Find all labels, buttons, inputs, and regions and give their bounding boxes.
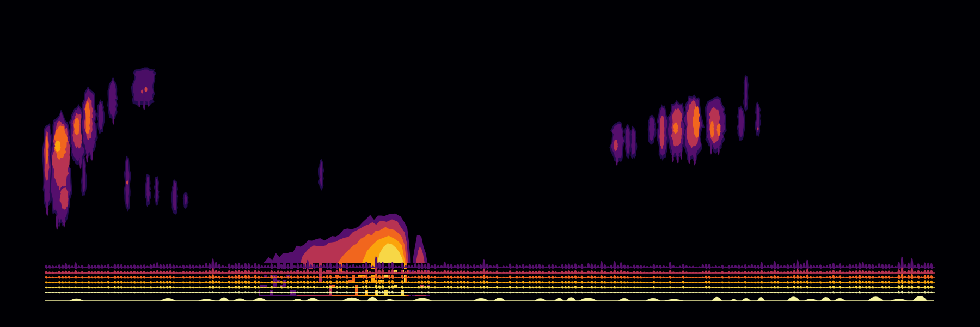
spectrogram-figure: [0, 0, 980, 327]
spectrogram-canvas: [0, 0, 980, 327]
